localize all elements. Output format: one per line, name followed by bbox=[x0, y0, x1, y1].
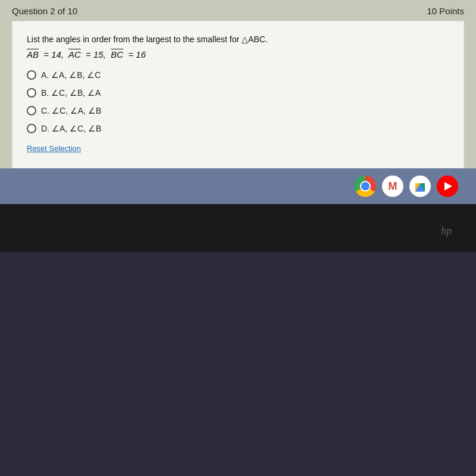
option-a-label: A. ∠A, ∠B, ∠C bbox=[41, 70, 101, 80]
option-d[interactable]: D. ∠A, ∠C, ∠B bbox=[27, 124, 449, 133]
question-prompt: List the angles in order from the larges… bbox=[27, 33, 449, 46]
hp-logo-text: hp bbox=[441, 225, 452, 237]
gmail-letter: M bbox=[389, 180, 397, 193]
chrome-icon[interactable] bbox=[355, 176, 376, 197]
youtube-icon[interactable] bbox=[437, 176, 458, 197]
option-c-label: C. ∠C, ∠A, ∠B bbox=[41, 106, 101, 115]
bc-overline: BC bbox=[111, 49, 123, 60]
question-card: List the angles in order from the larges… bbox=[12, 21, 464, 168]
radio-b[interactable] bbox=[27, 88, 36, 98]
ac-overline: AC bbox=[68, 49, 81, 60]
youtube-play-icon bbox=[444, 182, 452, 190]
quiz-header: Question 2 of 10 10 Points bbox=[12, 6, 464, 16]
drive-triangle bbox=[415, 183, 425, 192]
radio-d[interactable] bbox=[27, 124, 36, 133]
points-label: 10 Points bbox=[427, 6, 464, 16]
option-a[interactable]: A. ∠A, ∠B, ∠C bbox=[27, 70, 449, 80]
taskbar: M bbox=[0, 168, 476, 204]
reset-selection-link[interactable]: Reset Selection bbox=[27, 144, 81, 153]
gmail-icon[interactable]: M bbox=[382, 176, 403, 197]
taskbar-icons: M bbox=[355, 176, 458, 197]
option-c[interactable]: C. ∠C, ∠A, ∠B bbox=[27, 106, 449, 115]
hp-logo: hp bbox=[434, 222, 458, 240]
option-b-label: B. ∠C, ∠B, ∠A bbox=[41, 88, 101, 98]
drive-icon[interactable] bbox=[409, 176, 431, 197]
bottom-section: M hp bbox=[0, 168, 476, 252]
option-d-label: D. ∠A, ∠C, ∠B bbox=[41, 124, 101, 133]
quiz-area: Question 2 of 10 10 Points List the angl… bbox=[0, 0, 476, 168]
screen: Question 2 of 10 10 Points List the angl… bbox=[0, 0, 476, 476]
laptop-bezel-bottom: hp bbox=[0, 204, 476, 252]
ab-overline: AB bbox=[27, 49, 39, 60]
radio-c[interactable] bbox=[27, 106, 36, 115]
option-b[interactable]: B. ∠C, ∠B, ∠A bbox=[27, 88, 449, 98]
options-list: A. ∠A, ∠B, ∠C B. ∠C, ∠B, ∠A C. ∠C, ∠A, ∠… bbox=[27, 70, 449, 133]
question-counter: Question 2 of 10 bbox=[12, 6, 77, 16]
radio-a[interactable] bbox=[27, 70, 36, 80]
question-formula: AB = 14, AC = 15, BC = 16 bbox=[27, 49, 449, 60]
